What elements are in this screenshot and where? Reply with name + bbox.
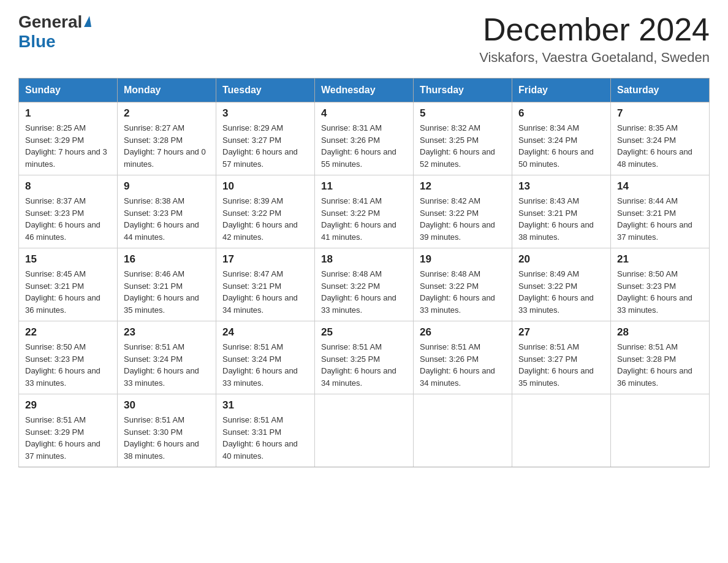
title-section: December 2024 Viskafors, Vaestra Goetala… bbox=[479, 12, 710, 66]
calendar-week-row: 8 Sunrise: 8:37 AM Sunset: 3:23 PM Dayli… bbox=[19, 175, 710, 248]
calendar-week-row: 29 Sunrise: 8:51 AM Sunset: 3:29 PM Dayl… bbox=[19, 394, 710, 467]
calendar-cell: 23 Sunrise: 8:51 AM Sunset: 3:24 PM Dayl… bbox=[118, 321, 216, 394]
calendar-cell: 21 Sunrise: 8:50 AM Sunset: 3:23 PM Dayl… bbox=[611, 248, 710, 321]
day-number: 31 bbox=[222, 399, 308, 412]
calendar-cell: 28 Sunrise: 8:51 AM Sunset: 3:28 PM Dayl… bbox=[611, 321, 710, 394]
calendar-cell: 12 Sunrise: 8:42 AM Sunset: 3:22 PM Dayl… bbox=[414, 175, 512, 248]
logo-arrow-icon bbox=[84, 16, 91, 27]
calendar-cell bbox=[611, 394, 710, 467]
day-info: Sunrise: 8:27 AM Sunset: 3:28 PM Dayligh… bbox=[124, 122, 210, 170]
calendar-cell: 26 Sunrise: 8:51 AM Sunset: 3:26 PM Dayl… bbox=[414, 321, 512, 394]
day-info: Sunrise: 8:39 AM Sunset: 3:22 PM Dayligh… bbox=[222, 195, 308, 243]
day-number: 21 bbox=[617, 253, 703, 266]
calendar-cell: 16 Sunrise: 8:46 AM Sunset: 3:21 PM Dayl… bbox=[118, 248, 216, 321]
day-number: 6 bbox=[518, 107, 604, 120]
calendar-cell: 1 Sunrise: 8:25 AM Sunset: 3:29 PM Dayli… bbox=[19, 102, 118, 175]
location-title: Viskafors, Vaestra Goetaland, Sweden bbox=[479, 50, 710, 66]
day-info: Sunrise: 8:43 AM Sunset: 3:21 PM Dayligh… bbox=[518, 195, 604, 243]
day-number: 11 bbox=[321, 180, 407, 193]
day-info: Sunrise: 8:51 AM Sunset: 3:26 PM Dayligh… bbox=[420, 341, 506, 389]
day-number: 22 bbox=[25, 326, 111, 339]
day-info: Sunrise: 8:51 AM Sunset: 3:28 PM Dayligh… bbox=[617, 341, 703, 389]
day-number: 1 bbox=[25, 107, 111, 120]
calendar-cell: 6 Sunrise: 8:34 AM Sunset: 3:24 PM Dayli… bbox=[512, 102, 611, 175]
day-info: Sunrise: 8:29 AM Sunset: 3:27 PM Dayligh… bbox=[222, 122, 308, 170]
day-number: 19 bbox=[420, 253, 506, 266]
calendar-cell: 30 Sunrise: 8:51 AM Sunset: 3:30 PM Dayl… bbox=[118, 394, 216, 467]
day-number: 14 bbox=[617, 180, 703, 193]
day-number: 4 bbox=[321, 107, 407, 120]
calendar-cell: 22 Sunrise: 8:50 AM Sunset: 3:23 PM Dayl… bbox=[19, 321, 118, 394]
day-number: 10 bbox=[222, 180, 308, 193]
day-number: 16 bbox=[124, 253, 210, 266]
calendar-cell bbox=[414, 394, 512, 467]
calendar-cell: 25 Sunrise: 8:51 AM Sunset: 3:25 PM Dayl… bbox=[315, 321, 414, 394]
day-number: 12 bbox=[420, 180, 506, 193]
day-info: Sunrise: 8:45 AM Sunset: 3:21 PM Dayligh… bbox=[25, 268, 111, 316]
day-info: Sunrise: 8:51 AM Sunset: 3:24 PM Dayligh… bbox=[222, 341, 308, 389]
col-header-tuesday: Tuesday bbox=[216, 79, 315, 102]
calendar-cell: 19 Sunrise: 8:48 AM Sunset: 3:22 PM Dayl… bbox=[414, 248, 512, 321]
day-info: Sunrise: 8:41 AM Sunset: 3:22 PM Dayligh… bbox=[321, 195, 407, 243]
calendar-cell: 31 Sunrise: 8:51 AM Sunset: 3:31 PM Dayl… bbox=[216, 394, 315, 467]
day-number: 24 bbox=[222, 326, 308, 339]
day-info: Sunrise: 8:51 AM Sunset: 3:27 PM Dayligh… bbox=[518, 341, 604, 389]
logo: General Blue bbox=[18, 12, 91, 52]
day-info: Sunrise: 8:48 AM Sunset: 3:22 PM Dayligh… bbox=[321, 268, 407, 316]
day-info: Sunrise: 8:34 AM Sunset: 3:24 PM Dayligh… bbox=[518, 122, 604, 170]
col-header-friday: Friday bbox=[512, 79, 611, 102]
day-info: Sunrise: 8:51 AM Sunset: 3:30 PM Dayligh… bbox=[124, 414, 210, 462]
month-title: December 2024 bbox=[479, 12, 710, 47]
day-info: Sunrise: 8:32 AM Sunset: 3:25 PM Dayligh… bbox=[420, 122, 506, 170]
calendar-cell: 3 Sunrise: 8:29 AM Sunset: 3:27 PM Dayli… bbox=[216, 102, 315, 175]
calendar-cell: 18 Sunrise: 8:48 AM Sunset: 3:22 PM Dayl… bbox=[315, 248, 414, 321]
day-info: Sunrise: 8:38 AM Sunset: 3:23 PM Dayligh… bbox=[124, 195, 210, 243]
day-number: 15 bbox=[25, 253, 111, 266]
day-info: Sunrise: 8:35 AM Sunset: 3:24 PM Dayligh… bbox=[617, 122, 703, 170]
col-header-wednesday: Wednesday bbox=[315, 79, 414, 102]
calendar-week-row: 15 Sunrise: 8:45 AM Sunset: 3:21 PM Dayl… bbox=[19, 248, 710, 321]
day-number: 18 bbox=[321, 253, 407, 266]
calendar-week-row: 22 Sunrise: 8:50 AM Sunset: 3:23 PM Dayl… bbox=[19, 321, 710, 394]
day-info: Sunrise: 8:51 AM Sunset: 3:24 PM Dayligh… bbox=[124, 341, 210, 389]
calendar-cell: 9 Sunrise: 8:38 AM Sunset: 3:23 PM Dayli… bbox=[118, 175, 216, 248]
calendar-cell: 7 Sunrise: 8:35 AM Sunset: 3:24 PM Dayli… bbox=[611, 102, 710, 175]
day-info: Sunrise: 8:50 AM Sunset: 3:23 PM Dayligh… bbox=[25, 341, 111, 389]
calendar-cell: 5 Sunrise: 8:32 AM Sunset: 3:25 PM Dayli… bbox=[414, 102, 512, 175]
day-info: Sunrise: 8:37 AM Sunset: 3:23 PM Dayligh… bbox=[25, 195, 111, 243]
calendar-cell: 8 Sunrise: 8:37 AM Sunset: 3:23 PM Dayli… bbox=[19, 175, 118, 248]
day-number: 3 bbox=[222, 107, 308, 120]
day-number: 9 bbox=[124, 180, 210, 193]
page-header: General Blue December 2024 Viskafors, Va… bbox=[18, 12, 710, 66]
day-number: 2 bbox=[124, 107, 210, 120]
calendar-cell bbox=[315, 394, 414, 467]
col-header-monday: Monday bbox=[118, 79, 216, 102]
day-info: Sunrise: 8:46 AM Sunset: 3:21 PM Dayligh… bbox=[124, 268, 210, 316]
day-number: 26 bbox=[420, 326, 506, 339]
calendar-cell: 29 Sunrise: 8:51 AM Sunset: 3:29 PM Dayl… bbox=[19, 394, 118, 467]
day-number: 25 bbox=[321, 326, 407, 339]
day-info: Sunrise: 8:31 AM Sunset: 3:26 PM Dayligh… bbox=[321, 122, 407, 170]
day-info: Sunrise: 8:50 AM Sunset: 3:23 PM Dayligh… bbox=[617, 268, 703, 316]
day-info: Sunrise: 8:51 AM Sunset: 3:31 PM Dayligh… bbox=[222, 414, 308, 462]
col-header-sunday: Sunday bbox=[19, 79, 118, 102]
calendar-cell: 10 Sunrise: 8:39 AM Sunset: 3:22 PM Dayl… bbox=[216, 175, 315, 248]
day-number: 8 bbox=[25, 180, 111, 193]
day-number: 7 bbox=[617, 107, 703, 120]
day-number: 5 bbox=[420, 107, 506, 120]
day-number: 17 bbox=[222, 253, 308, 266]
calendar-cell: 24 Sunrise: 8:51 AM Sunset: 3:24 PM Dayl… bbox=[216, 321, 315, 394]
calendar-table: SundayMondayTuesdayWednesdayThursdayFrid… bbox=[18, 78, 710, 467]
calendar-cell: 13 Sunrise: 8:43 AM Sunset: 3:21 PM Dayl… bbox=[512, 175, 611, 248]
day-number: 13 bbox=[518, 180, 604, 193]
logo-general-text: General bbox=[18, 12, 82, 32]
calendar-cell: 17 Sunrise: 8:47 AM Sunset: 3:21 PM Dayl… bbox=[216, 248, 315, 321]
day-info: Sunrise: 8:47 AM Sunset: 3:21 PM Dayligh… bbox=[222, 268, 308, 316]
day-number: 30 bbox=[124, 399, 210, 412]
calendar-header-row: SundayMondayTuesdayWednesdayThursdayFrid… bbox=[19, 79, 710, 102]
day-info: Sunrise: 8:25 AM Sunset: 3:29 PM Dayligh… bbox=[25, 122, 111, 170]
calendar-cell: 2 Sunrise: 8:27 AM Sunset: 3:28 PM Dayli… bbox=[118, 102, 216, 175]
calendar-cell: 20 Sunrise: 8:49 AM Sunset: 3:22 PM Dayl… bbox=[512, 248, 611, 321]
calendar-cell: 14 Sunrise: 8:44 AM Sunset: 3:21 PM Dayl… bbox=[611, 175, 710, 248]
col-header-saturday: Saturday bbox=[611, 79, 710, 102]
